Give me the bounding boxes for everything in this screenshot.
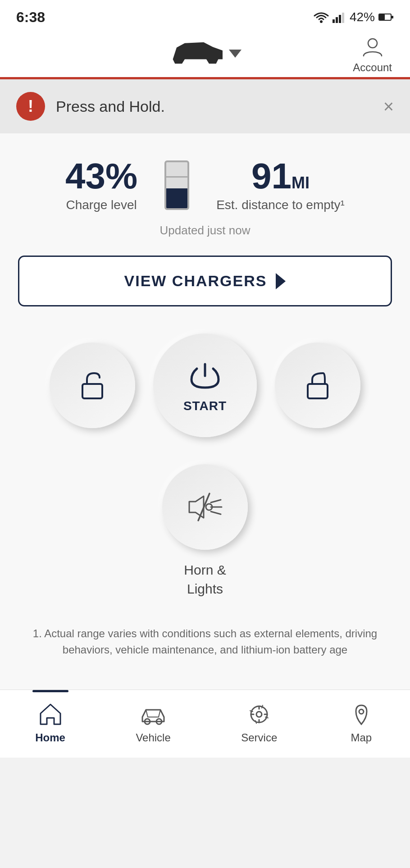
start-button[interactable]: START (153, 333, 257, 437)
svg-rect-2 (336, 17, 338, 23)
battery-visual (164, 160, 189, 210)
battery-fill (166, 188, 187, 208)
horn-lights-icon (185, 489, 225, 525)
vehicle-selector[interactable] (169, 39, 241, 68)
controls-section: START (18, 333, 392, 437)
svg-line-12 (211, 500, 221, 503)
nav-vehicle[interactable]: Vehicle (127, 701, 179, 744)
distance-value: 91 (251, 156, 292, 196)
horn-lights-section: Horn &Lights (18, 464, 392, 598)
bottom-nav: Home Vehicle Service Map (0, 690, 410, 758)
svg-rect-1 (333, 19, 335, 23)
account-icon (361, 35, 384, 59)
battery-visual-wrap (155, 156, 198, 215)
svg-point-0 (320, 20, 323, 23)
chevron-right-icon (276, 273, 286, 289)
svg-rect-4 (342, 13, 344, 23)
vehicle-icon (140, 701, 167, 728)
nav-service[interactable]: Service (232, 701, 286, 744)
nav-service-label: Service (241, 731, 277, 744)
service-icon (246, 701, 273, 728)
alert-left: ! Press and Hold. (16, 92, 165, 121)
lock-button[interactable] (275, 343, 360, 428)
nav-map[interactable]: Map (339, 701, 384, 744)
svg-line-14 (211, 512, 221, 514)
svg-point-19 (256, 712, 262, 717)
alert-icon: ! (16, 92, 45, 121)
horn-lights-label: Horn &Lights (184, 561, 226, 598)
main-content: 43% Charge level 91MI Est. distance to e… (0, 133, 410, 690)
svg-rect-10 (308, 384, 328, 398)
svg-rect-6 (379, 14, 385, 20)
battery-line (166, 176, 187, 178)
svg-point-20 (359, 709, 364, 714)
start-label: START (183, 399, 227, 413)
battery-icon (378, 13, 394, 22)
view-chargers-button[interactable]: VIEW CHARGERS (18, 256, 392, 306)
nav-vehicle-label: Vehicle (136, 731, 170, 744)
svg-point-8 (368, 39, 377, 48)
status-icons: 42% (314, 10, 394, 24)
status-time: 6:38 (16, 9, 45, 26)
header: Account (0, 32, 410, 79)
charge-level-value: 43% (65, 158, 137, 194)
nav-map-label: Map (351, 731, 372, 744)
battery-percent: 42% (350, 10, 375, 24)
status-bar: 6:38 42% (0, 0, 410, 32)
home-icon (37, 701, 64, 728)
distance-block: 91MI Est. distance to empty¹ (216, 158, 345, 212)
vehicle-image (169, 39, 223, 68)
lock-icon (300, 367, 336, 404)
signal-icon (333, 11, 346, 23)
account-button[interactable]: Account (353, 35, 392, 74)
unlock-icon (74, 367, 110, 404)
svg-rect-7 (392, 16, 393, 18)
distance-unit: MI (292, 174, 310, 192)
updated-text: Updated just now (18, 224, 392, 238)
disclaimer: 1. Actual range varies with conditions s… (18, 626, 392, 658)
battery-stats: 43% Charge level 91MI Est. distance to e… (18, 156, 392, 215)
horn-lights-button[interactable] (162, 464, 248, 550)
charge-level-label: Charge level (65, 198, 137, 212)
svg-rect-3 (339, 15, 341, 23)
nav-home[interactable]: Home (26, 701, 74, 744)
power-icon (187, 358, 223, 395)
alert-banner: ! Press and Hold. × (0, 79, 410, 133)
unlock-button[interactable] (50, 343, 135, 428)
charge-level-block: 43% Charge level (65, 158, 137, 212)
account-label: Account (353, 61, 392, 74)
wifi-icon (314, 11, 329, 23)
view-chargers-label: VIEW CHARGERS (124, 272, 267, 290)
close-icon[interactable]: × (383, 97, 394, 115)
nav-home-label: Home (35, 731, 65, 744)
chevron-down-icon (229, 50, 241, 58)
distance-label: Est. distance to empty¹ (216, 198, 345, 212)
alert-message: Press and Hold. (56, 98, 165, 115)
map-icon (348, 701, 375, 728)
svg-rect-9 (82, 384, 102, 398)
